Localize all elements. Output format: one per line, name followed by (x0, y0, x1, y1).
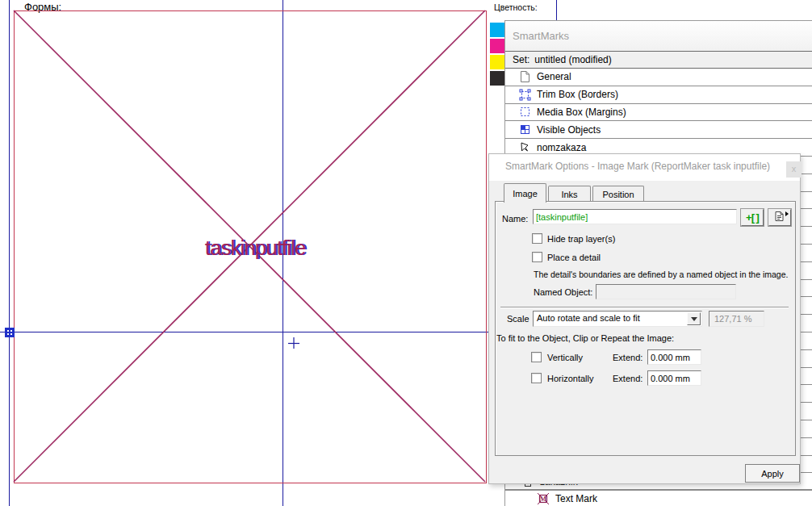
smartmarks-set-row[interactable]: Set:untitled (modified) (505, 51, 812, 69)
swatch-magenta[interactable] (490, 39, 504, 53)
smartmark-options-dialog: SmartMark Options - Image Mark (ReportMa… (488, 153, 801, 484)
list-item-visible-objects[interactable]: Visible Objects (505, 121, 812, 139)
list-item-label: Media Box (Margins) (537, 107, 626, 118)
list-item-label: Trim Box (Borders) (537, 89, 618, 100)
placeholder-image-text: taskinputfile (190, 236, 320, 261)
tab-position[interactable]: Position (592, 186, 644, 202)
swatch-yellow[interactable] (490, 55, 504, 69)
list-item-general[interactable]: General (505, 69, 812, 86)
tab-image[interactable]: Image (504, 183, 546, 203)
lasso-icon (518, 141, 531, 154)
selection-anchor-handle[interactable] (5, 328, 15, 337)
set-label: Set: (513, 54, 529, 65)
smartmarks-title: SmartMarks (513, 30, 569, 42)
list-item-label: nomzakaza (537, 142, 586, 153)
visible-objects-icon (518, 123, 531, 136)
list-item-label: Text Mark (555, 493, 597, 504)
svg-text:M: M (540, 495, 547, 503)
color-count-label: Цветность: (494, 2, 538, 12)
tab-inks[interactable]: Inks (548, 186, 591, 202)
apply-button[interactable]: Apply (745, 464, 800, 483)
dialog-titlebar[interactable]: SmartMark Options - Image Mark (ReportMa… (489, 154, 800, 181)
swatch-black[interactable] (490, 71, 504, 86)
application-window: Формы: taskinputfile Цветность: SmartMar… (0, 0, 812, 506)
list-item-text-mark[interactable]: M Text Mark (505, 491, 812, 506)
text-mark-icon: M (537, 492, 550, 505)
smartmarks-list: General Trim Box (Borders) Media Box (Ma… (505, 69, 812, 157)
swatch-cyan[interactable] (490, 23, 504, 37)
list-item-label: General (537, 71, 571, 82)
set-value: untitled (modified) (534, 54, 611, 65)
list-item-media-box[interactable]: Media Box (Margins) (505, 104, 812, 122)
list-item-trim-box[interactable]: Trim Box (Borders) (505, 86, 812, 104)
tab-page (495, 201, 796, 456)
list-item-label: Visible Objects (537, 124, 601, 136)
media-box-icon (518, 106, 531, 119)
smartmarks-titlebar[interactable]: SmartMarks (505, 21, 812, 51)
dialog-title: SmartMark Options - Image Mark (ReportMa… (505, 161, 770, 172)
document-icon (518, 70, 531, 83)
close-icon[interactable]: x (786, 161, 802, 178)
trim-box-icon (518, 88, 531, 101)
